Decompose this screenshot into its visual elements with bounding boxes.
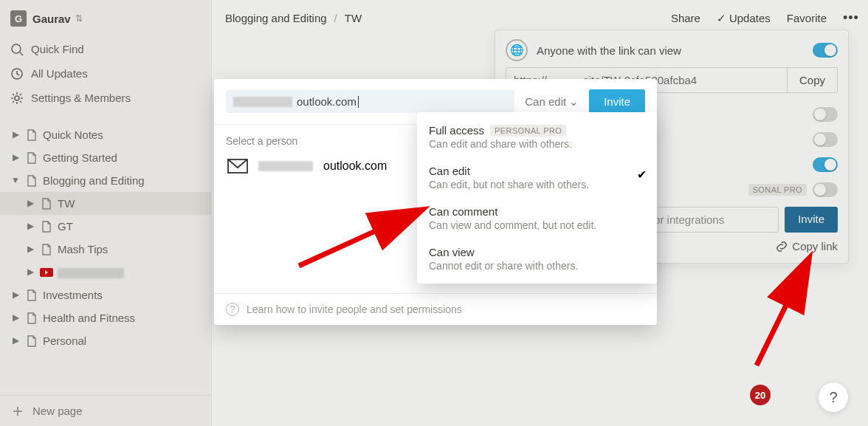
sidebar-item-tw[interactable]: ▶TW	[0, 192, 211, 215]
invite-button[interactable]: Invite	[589, 89, 645, 114]
new-page-button[interactable]: New page	[0, 395, 211, 426]
breadcrumb-separator: /	[334, 12, 337, 24]
sidebar-sys-label: Settings & Members	[31, 90, 131, 106]
sidebar-item-label: Investments	[43, 287, 103, 303]
user-initial-badge: G	[10, 10, 27, 27]
top-action-label: Updates	[729, 12, 771, 24]
sidebar-item-label: Getting Started	[43, 150, 117, 165]
redacted-text	[258, 161, 313, 171]
sidebar-item-label: Quick Notes	[43, 127, 103, 142]
copy-url-button[interactable]: Copy	[787, 68, 837, 92]
sidebar-item-label: Blogging and Editing	[43, 173, 145, 188]
search-icon	[10, 43, 24, 56]
breadcrumb-item[interactable]: Blogging and Editing	[225, 12, 327, 24]
page-icon	[25, 174, 38, 188]
permission-selector[interactable]: Can edit ⌄	[520, 95, 583, 109]
user-name: Gaurav	[32, 13, 71, 25]
svg-line-1	[20, 52, 23, 55]
check-icon: ✔	[637, 168, 647, 182]
page-icon	[25, 334, 38, 348]
page-icon	[40, 243, 53, 256]
new-page-label: New page	[32, 405, 83, 417]
caret-right-icon: ▶	[25, 266, 35, 278]
perm-toggle[interactable]	[813, 157, 838, 172]
caret-right-icon: ▶	[10, 128, 21, 141]
sidebar-item-label: Mash Tips	[58, 241, 108, 257]
permission-option-desc: Cannot edit or share with others.	[429, 260, 623, 272]
sidebar-all-updates[interactable]: All Updates	[0, 61, 211, 86]
caret-right-icon: ▶	[10, 334, 21, 347]
permission-option-title: Full access	[429, 124, 484, 137]
more-menu-button[interactable]: •••	[838, 7, 855, 29]
permission-selected-label: Can edit	[525, 95, 566, 108]
caret-down-icon: ▼	[10, 174, 21, 187]
svg-point-3	[15, 96, 19, 100]
invite-help-label: Learn how to invite people and set permi…	[247, 303, 462, 315]
page-icon	[40, 197, 53, 210]
breadcrumb-item[interactable]: TW	[345, 12, 362, 24]
perm-toggle[interactable]	[813, 132, 838, 147]
sidebar-item-label: TW	[58, 196, 75, 211]
breadcrumb: Blogging and Editing / TW	[225, 12, 362, 24]
share-web-toggle[interactable]	[813, 43, 838, 58]
pro-badge: PERSONAL PRO	[490, 125, 566, 137]
svg-point-0	[12, 44, 21, 53]
permission-option-can-comment[interactable]: Can comment Can view and comment, but no…	[417, 198, 657, 238]
perm-toggle[interactable]	[813, 107, 838, 122]
chevron-down-icon: ⌄	[569, 95, 579, 109]
sidebar-item-label: GT	[58, 219, 73, 234]
sidebar-item-health[interactable]: ▶Health and Fitness	[0, 306, 211, 329]
permission-option-title: Can comment	[429, 205, 497, 218]
permission-option-desc: Can edit, but not share with others.	[429, 179, 623, 190]
share-anyone-label: Anyone with the link can view	[537, 44, 804, 57]
sidebar-item-quick-notes[interactable]: ▶Quick Notes	[0, 123, 211, 146]
workspace-switcher[interactable]: G Gaurav ⇅	[0, 4, 211, 37]
sidebar-settings[interactable]: Settings & Members	[0, 86, 211, 110]
envelope-icon	[227, 159, 248, 174]
perm-toggle[interactable]	[813, 182, 838, 197]
sidebar-item-gt[interactable]: ▶GT	[0, 215, 211, 238]
permission-option-desc: Can edit and share with others.	[429, 138, 623, 150]
caret-right-icon: ▶	[25, 243, 35, 255]
sidebar-item-mash-tips[interactable]: ▶Mash Tips	[0, 238, 211, 261]
invite-modal-footer[interactable]: ? Learn how to invite people and set per…	[214, 293, 657, 325]
permission-option-title: Can edit	[429, 165, 470, 177]
sidebar-item-investments[interactable]: ▶Investments	[0, 284, 211, 306]
sidebar-item-video[interactable]: ▶	[0, 261, 211, 284]
sidebar-item-label	[58, 264, 124, 280]
check-icon: ✓	[717, 12, 726, 25]
updates-button[interactable]: ✓Updates	[712, 9, 775, 28]
sidebar-item-blogging[interactable]: ▼Blogging and Editing	[0, 169, 211, 192]
permission-option-full-access[interactable]: Full accessPERSONAL PRO Can edit and sha…	[417, 117, 657, 157]
clock-icon	[10, 67, 24, 80]
caret-right-icon: ▶	[25, 220, 35, 233]
sidebar-item-personal[interactable]: ▶Personal	[0, 329, 211, 352]
sidebar-item-label: Health and Fitness	[43, 310, 135, 326]
sidebar-sys-label: Quick Find	[31, 41, 84, 57]
permission-option-can-edit[interactable]: Can edit Can edit, but not share with ot…	[417, 157, 657, 198]
page-icon	[40, 220, 53, 233]
favorite-button[interactable]: Favorite	[782, 9, 831, 27]
permission-option-can-view[interactable]: Can view Cannot edit or share with other…	[417, 238, 657, 279]
pro-badge: SONAL PRO	[748, 184, 807, 196]
copy-link-label: Copy link	[792, 240, 838, 252]
help-icon: ?	[226, 303, 239, 316]
page-icon	[25, 128, 38, 142]
sidebar-item-getting-started[interactable]: ▶Getting Started	[0, 146, 211, 169]
page-icon	[25, 289, 38, 302]
sidebar-quick-find[interactable]: Quick Find	[0, 37, 211, 61]
permission-option-title: Can view	[429, 246, 475, 258]
sidebar: G Gaurav ⇅ Quick Find All Updates Settin…	[0, 0, 212, 426]
invite-email-input[interactable]: outlook.com	[226, 90, 514, 113]
globe-icon: 🌐	[506, 39, 528, 61]
caret-right-icon: ▶	[25, 197, 35, 210]
invite-button-panel[interactable]: Invite	[785, 207, 838, 233]
caret-right-icon: ▶	[10, 151, 21, 164]
permission-dropdown: Full accessPERSONAL PRO Can edit and sha…	[417, 112, 657, 284]
gear-icon	[10, 92, 24, 105]
email-suffix: outlook.com	[297, 95, 356, 108]
chevron-updown-icon: ⇅	[75, 13, 83, 24]
text-cursor	[358, 96, 359, 108]
help-fab[interactable]: ?	[818, 382, 849, 413]
share-button[interactable]: Share	[666, 9, 705, 27]
